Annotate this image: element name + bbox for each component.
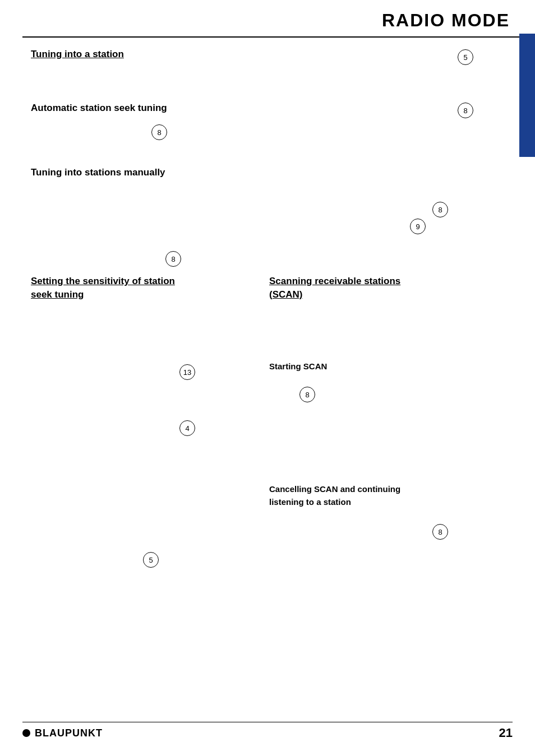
circle-8-auto-right: 8 bbox=[458, 103, 473, 118]
circle-9-manual: 9 bbox=[410, 219, 426, 234]
brand-logo: BLAUPUNKT bbox=[22, 727, 103, 739]
page-container: RADIO MODE Tuning into a station 5 Autom… bbox=[0, 0, 535, 756]
auto-seek-heading: Automatic station seek tuning bbox=[31, 103, 167, 114]
footer: BLAUPUNKT 21 bbox=[22, 726, 513, 740]
sensitivity-heading: Setting the sensitivity of station seek … bbox=[31, 275, 175, 302]
footer-divider bbox=[22, 722, 513, 723]
page-number: 21 bbox=[499, 726, 513, 740]
manual-tuning-heading: Tuning into stations manually bbox=[31, 167, 165, 178]
circle-4: 4 bbox=[179, 420, 195, 436]
starting-scan-heading: Starting SCAN bbox=[269, 361, 327, 371]
circle-5-tuning: 5 bbox=[458, 49, 473, 65]
brand-name: BLAUPUNKT bbox=[35, 727, 103, 739]
tuning-station-heading: Tuning into a station bbox=[31, 49, 124, 60]
circle-8-manual-top: 8 bbox=[432, 202, 448, 217]
circle-8-starting-scan: 8 bbox=[299, 387, 315, 402]
page-title: RADIO MODE bbox=[382, 10, 510, 31]
scanning-heading: Scanning receivable stations (SCAN) bbox=[269, 275, 400, 302]
brand-dot-icon bbox=[22, 729, 30, 737]
sidebar-blue bbox=[519, 34, 535, 157]
circle-8-auto-left: 8 bbox=[151, 124, 167, 140]
circle-8-sensitivity-top: 8 bbox=[165, 251, 181, 267]
circle-13: 13 bbox=[179, 364, 195, 380]
header-divider bbox=[22, 36, 519, 38]
circle-8-cancelling-scan: 8 bbox=[432, 524, 448, 540]
circle-5-lower: 5 bbox=[143, 552, 159, 568]
cancelling-scan-heading: Cancelling SCAN and continuing listening… bbox=[269, 483, 400, 508]
